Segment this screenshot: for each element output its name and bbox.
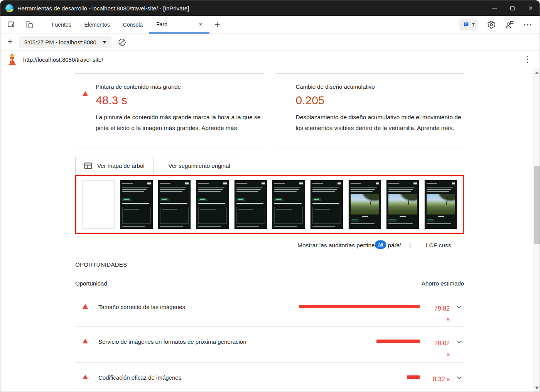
panel-tabs: Fuentes Elementos Consola Faro ✕ + <box>45 16 225 34</box>
tab-bar-right-actions: 7 <box>459 16 540 34</box>
filmstrip-frame-photo <box>386 180 419 229</box>
settings-button[interactable] <box>486 20 496 30</box>
metric-title: Cambio de diseño acumulativo <box>295 83 464 90</box>
savings-value: 28.02s <box>428 338 450 360</box>
filmstrip-frame-dark <box>158 180 191 229</box>
opportunity-label: Servicio de imágenes en formatos de próx… <box>98 338 299 345</box>
tab-label: Fuentes <box>52 22 71 28</box>
device-toolbar-icon <box>25 20 34 29</box>
opportunity-row[interactable]: Tamaño correcto de las imágenes 79.82s <box>75 292 464 327</box>
toggle-device-toolbar-button[interactable] <box>24 20 34 30</box>
audit-filter-row: Mostrar las auditorías pertinentes para:… <box>75 239 464 253</box>
view-original-trace-button[interactable]: Ver seguimiento original <box>160 157 239 174</box>
filter-separator: | <box>409 242 411 249</box>
gear-icon <box>487 20 496 29</box>
report-menu-button[interactable] <box>527 56 528 63</box>
issues-chat-icon <box>463 22 469 28</box>
issues-count: 7 <box>472 22 475 28</box>
lighthouse-logo-icon <box>7 54 17 66</box>
treemap-icon <box>84 162 92 169</box>
tested-url-link[interactable]: http://localhost:8080/travel-site/ <box>23 56 103 63</box>
filmstrip-frame-photo <box>425 180 457 229</box>
view-buttons-row: Ver mapa de árbol Ver seguimiento origin… <box>75 157 464 174</box>
tab-close-icon[interactable]: ✕ <box>199 22 202 27</box>
devtools-tab-bar: Fuentes Elementos Consola Faro ✕ + 7 <box>0 16 540 34</box>
metrics-section: Pintura de contenido más grande 48.3 s L… <box>75 73 464 147</box>
opportunities-heading: OPORTUNIDADES <box>75 261 464 268</box>
feedback-person-icon <box>505 20 514 29</box>
metric-cls: Cambio de diseño acumulativo 0.205 Despl… <box>275 73 464 147</box>
fail-triangle-icon <box>83 84 88 96</box>
devtools-window: Herramientas de desarrollo - localhost:8… <box>0 0 540 392</box>
opportunity-label: Tamaño correcto de las imágenes <box>98 303 299 310</box>
devtools-tool-icons <box>0 16 40 34</box>
vertical-scrollbar[interactable] <box>533 68 540 392</box>
clear-reports-button[interactable] <box>118 38 127 47</box>
minimize-icon <box>492 8 497 8</box>
maximize-button[interactable] <box>503 0 521 16</box>
close-button[interactable]: ✕ <box>521 0 540 16</box>
plus-icon: + <box>214 19 220 30</box>
opportunities-table-header: Oportunidad Ahorro estimado <box>75 280 464 292</box>
metric-description: La pintura de contenido más grande marca… <box>96 112 264 133</box>
scrollbar-thumb[interactable] <box>534 166 540 244</box>
scroll-down-arrow-icon[interactable] <box>535 387 539 389</box>
window-title: Herramientas de desarrollo - localhost:8… <box>17 5 189 12</box>
window-controls: ✕ <box>485 0 540 16</box>
report-session-dropdown[interactable]: 3:05:27 PM - localhost:8080 <box>19 36 111 48</box>
metric-value: 48.3 s <box>96 94 264 107</box>
tab-consola[interactable]: Consola <box>116 16 149 34</box>
session-label: 3:05:27 PM - localhost:8080 <box>24 39 96 46</box>
inspect-icon <box>7 20 16 29</box>
tab-elementos[interactable]: Elementos <box>78 16 116 34</box>
tab-faro[interactable]: Faro ✕ <box>149 16 209 34</box>
filmstrip-frame-dark <box>310 180 343 229</box>
feedback-button[interactable] <box>505 20 515 30</box>
new-analysis-button[interactable]: + <box>0 36 18 48</box>
fail-triangle-icon <box>83 375 88 379</box>
issues-counter-button[interactable]: 7 <box>459 19 478 30</box>
view-treemap-label: Ver mapa de árbol <box>97 162 145 169</box>
more-options-button[interactable] <box>523 20 533 30</box>
savings-bar <box>299 305 420 308</box>
tab-label: Consola <box>123 22 143 28</box>
title-bar: Herramientas de desarrollo - localhost:8… <box>0 0 540 16</box>
scroll-up-arrow-icon[interactable] <box>535 71 539 74</box>
savings-bar-track <box>299 305 420 308</box>
savings-value: 79.82s <box>428 303 450 325</box>
plus-icon: + <box>7 36 13 47</box>
opportunity-row[interactable]: Codificación eficaz de imágenes 8.32 s <box>75 363 464 389</box>
inspect-element-button[interactable] <box>7 20 17 30</box>
tab-label: Elementos <box>84 22 110 28</box>
savings-bar-track <box>299 375 420 379</box>
savings-bar <box>376 340 420 343</box>
metric-value: 0.205 <box>295 94 464 107</box>
column-opportunity: Oportunidad <box>75 280 107 287</box>
filmstrip-frame-photo <box>349 180 381 229</box>
edge-logo-icon <box>5 4 14 12</box>
filmstrip <box>75 175 464 234</box>
filter-chip-lcp-cls[interactable]: LCF cuss <box>426 242 451 249</box>
tab-fuentes[interactable]: Fuentes <box>45 16 78 34</box>
expand-chevron-icon[interactable] <box>457 340 462 344</box>
view-treemap-button[interactable]: Ver mapa de árbol <box>75 157 154 174</box>
filmstrip-frame-dark <box>235 180 267 229</box>
lighthouse-toolbar: + 3:05:27 PM - localhost:8080 <box>0 34 540 51</box>
report-url-row: http://localhost:8080/travel-site/ <box>0 51 540 68</box>
expand-chevron-icon[interactable] <box>457 376 462 380</box>
more-horizontal-icon <box>524 24 532 25</box>
opportunity-label: Codificación eficaz de imágenes <box>98 374 299 381</box>
savings-value: 8.32 s <box>428 374 450 385</box>
minimize-button[interactable] <box>485 0 503 16</box>
expand-chevron-icon[interactable] <box>457 306 462 309</box>
filter-chip-all[interactable]: All <box>375 240 386 249</box>
metric-description: Desplazamiento de diseño acumulativo mid… <box>295 112 464 133</box>
opportunity-row[interactable]: Servicio de imágenes en formatos de próx… <box>75 327 464 363</box>
view-trace-label: Ver seguimiento original <box>169 162 230 169</box>
savings-bar <box>407 375 420 379</box>
kebab-menu-icon <box>527 56 528 63</box>
lighthouse-report: Pintura de contenido más grande 48.3 s L… <box>0 68 540 392</box>
more-tabs-button[interactable]: + <box>209 16 225 34</box>
maximize-icon <box>510 6 515 10</box>
column-estimated-savings: Ahorro estimado <box>422 280 464 287</box>
